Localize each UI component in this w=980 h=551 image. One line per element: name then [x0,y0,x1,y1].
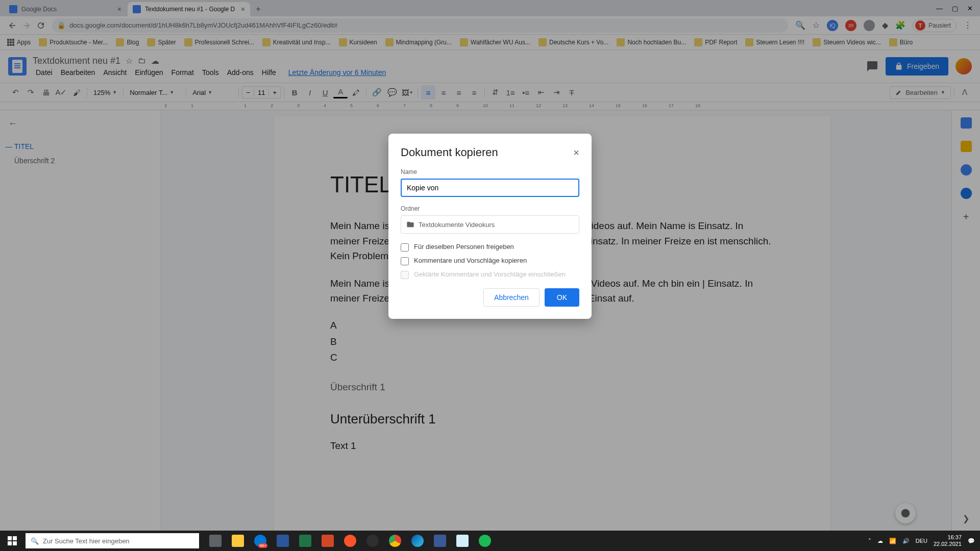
folder-label: Ordner [401,205,579,212]
folder-name: Textdokumente Videokurs [419,221,495,229]
edge-icon[interactable] [406,531,429,551]
tray-chevron-icon[interactable]: ˄ [868,538,871,544]
start-button[interactable] [0,531,24,551]
folder-select[interactable]: Textdokumente Videokurs [401,215,579,234]
language-indicator[interactable]: DEU [916,538,927,544]
search-placeholder: Zur Suche Text hier eingeben [43,537,130,545]
name-label: Name [401,168,579,176]
windows-taskbar: 🔍 Zur Suche Text hier eingeben 99+ ˄ ☁ 📶… [0,531,980,551]
word-icon[interactable] [272,531,294,551]
edge-old-icon[interactable]: 99+ [249,531,272,551]
notepad-icon[interactable] [451,531,474,551]
close-dialog-button[interactable]: × [573,147,579,159]
search-icon: 🔍 [31,537,39,545]
share-same-people-checkbox[interactable]: Für dieselben Personen freigeben [401,243,579,252]
ok-button[interactable]: OK [545,288,579,307]
include-resolved-checkbox: Geklärte Kommentare und Vorschläge einsc… [401,270,579,279]
copy-comments-checkbox[interactable]: Kommentare und Vorschläge kopieren [401,257,579,265]
folder-icon [406,220,414,229]
system-tray: ˄ ☁ 📶 🔊 DEU 16:37 22.02.2021 💬 [863,534,980,547]
notifications-icon[interactable]: 💬 [968,538,975,544]
onedrive-icon[interactable]: ☁ [877,538,883,544]
brave-icon[interactable] [339,531,361,551]
copy-name-input[interactable] [401,179,579,197]
obs-icon[interactable] [361,531,384,551]
clock[interactable]: 16:37 22.02.2021 [934,534,962,547]
excel-icon[interactable] [294,531,316,551]
wifi-icon[interactable]: 📶 [889,538,896,544]
app-icon[interactable] [429,531,451,551]
dialog-title: Dokument kopieren [401,146,573,159]
modal-scrim[interactable]: Dokument kopieren × Name Ordner Textdoku… [0,0,980,551]
taskbar-search[interactable]: 🔍 Zur Suche Text hier eingeben [26,533,199,548]
volume-icon[interactable]: 🔊 [902,538,910,544]
cancel-button[interactable]: Abbrechen [483,288,540,307]
powerpoint-icon[interactable] [316,531,339,551]
task-view-button[interactable] [204,531,227,551]
explorer-icon[interactable] [227,531,249,551]
spotify-icon[interactable] [474,531,496,551]
taskbar-apps: 99+ [204,531,496,551]
copy-document-dialog: Dokument kopieren × Name Ordner Textdoku… [388,134,592,319]
chrome-icon[interactable] [384,531,406,551]
